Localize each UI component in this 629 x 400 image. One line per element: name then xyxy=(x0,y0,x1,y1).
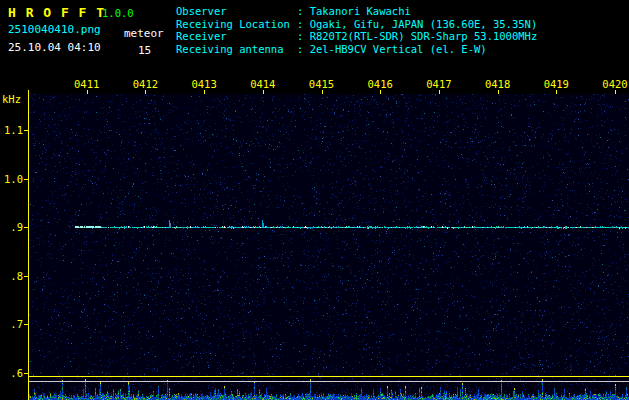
freq-tick-mark xyxy=(24,373,28,374)
hrofft-spectrogram-image: H R O F F T 1.0.0 2510040410.png meteor … xyxy=(0,0,629,400)
app-title: H R O F F T xyxy=(8,5,105,20)
signal-level-canvas xyxy=(29,377,629,400)
time-tick-label: 0416 xyxy=(368,78,393,90)
info-row: Receiver: R820T2(RTL-SDR) SDR-Sharp 53.1… xyxy=(176,30,537,43)
info-label: Receiving Location xyxy=(176,18,297,31)
freq-unit-label: kHz xyxy=(2,93,21,105)
time-tick-mark xyxy=(439,90,440,94)
time-tick-label: 0420 xyxy=(602,78,627,90)
time-tick-mark xyxy=(204,90,205,94)
time-tick-label: 0414 xyxy=(250,78,275,90)
time-tick-mark xyxy=(380,90,381,94)
info-row: Receiving Location: Ogaki, Gifu, JAPAN (… xyxy=(176,18,537,31)
freq-tick-label: .8 xyxy=(0,270,23,282)
info-value: : Takanori Kawachi xyxy=(297,5,411,18)
freq-tick-mark xyxy=(24,276,28,277)
time-tick-mark xyxy=(145,90,146,94)
filename: 2510040410.png xyxy=(8,23,101,36)
time-tick-label: 0411 xyxy=(74,78,99,90)
freq-tick-label: 1.1 xyxy=(0,124,23,136)
datetime: 25.10.04 04:10 xyxy=(8,41,101,54)
time-tick-label: 0417 xyxy=(426,78,451,90)
mode-label: meteor xyxy=(124,27,164,40)
freq-tick-mark xyxy=(24,227,28,228)
freq-tick-mark xyxy=(24,179,28,180)
info-label: Receiving antenna xyxy=(176,43,297,56)
info-row: Receiving antenna: 2el-HB9CV Vertical (e… xyxy=(176,43,537,56)
spectrogram-canvas xyxy=(29,94,629,376)
time-tick-mark xyxy=(615,90,616,94)
info-value: : 2el-HB9CV Vertical (el. E-W) xyxy=(297,43,487,56)
info-label: Receiver xyxy=(176,30,297,43)
time-tick-label: 0412 xyxy=(133,78,158,90)
freq-tick-label: .9 xyxy=(0,221,23,233)
freq-tick-mark xyxy=(24,324,28,325)
echo-count: 15 xyxy=(138,44,151,57)
time-tick-mark xyxy=(498,90,499,94)
time-tick-label: 0415 xyxy=(309,78,334,90)
time-tick-mark xyxy=(87,90,88,94)
info-value: : R820T2(RTL-SDR) SDR-Sharp 53.1000MHz xyxy=(297,30,537,43)
time-tick-label: 0419 xyxy=(544,78,569,90)
freq-tick-label: .6 xyxy=(0,367,23,379)
time-tick-label: 0413 xyxy=(191,78,216,90)
app-version: 1.0.0 xyxy=(102,7,134,19)
plot-bottom-border xyxy=(28,376,629,377)
freq-tick-label: 1.0 xyxy=(0,173,23,185)
info-row: Observer: Takanori Kawachi xyxy=(176,5,537,18)
info-label: Observer xyxy=(176,5,297,18)
time-tick-mark xyxy=(556,90,557,94)
observer-info-block: Observer: Takanori KawachiReceiving Loca… xyxy=(176,5,537,55)
time-tick-label: 0418 xyxy=(485,78,510,90)
freq-tick-mark xyxy=(24,130,28,131)
time-tick-mark xyxy=(322,90,323,94)
freq-tick-label: .7 xyxy=(0,318,23,330)
y-axis-line xyxy=(28,90,29,400)
time-tick-mark xyxy=(263,90,264,94)
info-value: : Ogaki, Gifu, JAPAN (136.60E, 35.35N) xyxy=(297,18,537,31)
